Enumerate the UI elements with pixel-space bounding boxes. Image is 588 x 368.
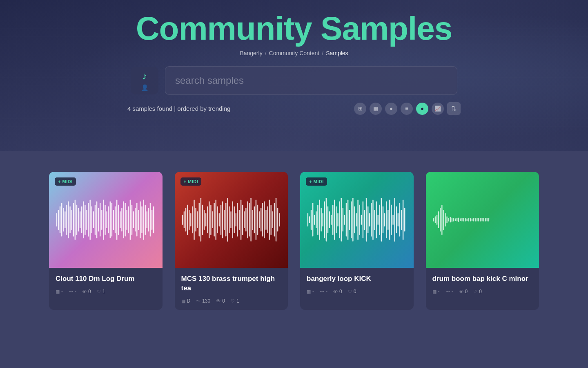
svg-rect-92: [237, 203, 238, 237]
svg-rect-37: [118, 205, 119, 235]
search-row: ♪ 👤: [131, 66, 457, 95]
sample-card-4[interactable]: drum boom bap kick C minor ▦ - 〜 - 👁 0 ♡…: [426, 172, 539, 310]
svg-rect-196: [465, 218, 466, 221]
svg-rect-172: [398, 213, 399, 227]
meta-likes-2: ♡ 1: [231, 298, 239, 304]
svg-rect-124: [317, 205, 318, 235]
card-title-1: Clout 110 Dm Log Drum: [56, 274, 156, 284]
svg-rect-4: [63, 208, 64, 231]
breadcrumb-bangerly[interactable]: Bangerly: [240, 50, 262, 56]
svg-rect-121: [312, 203, 313, 237]
svg-rect-159: [376, 201, 376, 238]
svg-rect-182: [441, 205, 442, 235]
svg-rect-17: [85, 205, 85, 235]
meta-bars-4: ▦ -: [432, 289, 440, 294]
svg-rect-103: [255, 200, 256, 240]
svg-rect-88: [230, 211, 231, 228]
svg-rect-94: [240, 200, 241, 240]
list-view-button[interactable]: ≡: [401, 103, 413, 115]
hero-content: Community Samples Bangerly / Community C…: [0, 0, 588, 95]
svg-rect-168: [391, 205, 392, 235]
svg-rect-32: [110, 201, 111, 238]
svg-rect-201: [473, 218, 474, 221]
chart-view-button[interactable]: 📈: [432, 103, 444, 115]
svg-rect-200: [471, 218, 472, 221]
svg-rect-206: [481, 218, 482, 221]
breadcrumb-community[interactable]: Community Content: [269, 50, 320, 56]
svg-rect-82: [220, 205, 221, 235]
svg-rect-131: [329, 211, 330, 228]
svg-rect-197: [466, 218, 467, 221]
search-input[interactable]: [165, 67, 457, 94]
calendar-view-button[interactable]: ▦: [370, 103, 382, 115]
svg-rect-6: [66, 205, 67, 235]
svg-rect-160: [377, 215, 378, 225]
svg-rect-64: [190, 213, 191, 227]
dot-icon: ●: [390, 105, 393, 112]
svg-rect-78: [214, 203, 214, 237]
likes-icon-2: ♡: [231, 298, 235, 304]
card-meta-1: ▦ - 〜 - 👁 0 ♡ 1: [56, 289, 156, 295]
svg-rect-12: [76, 205, 77, 235]
grid-view-button[interactable]: ⊞: [354, 103, 366, 115]
svg-rect-86: [227, 198, 228, 241]
search-input-wrapper[interactable]: [165, 66, 457, 95]
svg-rect-61: [185, 208, 186, 231]
dot-view-button[interactable]: ●: [385, 103, 397, 115]
likes-icon-1: ♡: [97, 289, 101, 294]
svg-rect-47: [135, 208, 136, 231]
svg-rect-16: [83, 201, 84, 238]
svg-rect-155: [369, 213, 370, 227]
svg-rect-165: [386, 201, 387, 238]
svg-rect-21: [91, 206, 92, 233]
svg-rect-52: [143, 200, 144, 240]
sample-card-2[interactable]: + MIDI: [175, 172, 288, 310]
svg-rect-30: [106, 211, 107, 228]
svg-rect-91: [235, 213, 236, 227]
svg-rect-141: [346, 203, 347, 237]
svg-rect-154: [368, 206, 368, 233]
svg-rect-54: [147, 211, 147, 228]
svg-rect-74: [207, 206, 208, 233]
svg-rect-65: [192, 206, 193, 233]
svg-rect-62: [187, 205, 187, 235]
svg-rect-180: [438, 211, 439, 228]
svg-rect-3: [61, 203, 62, 237]
sample-card-1[interactable]: + MIDI: [49, 172, 163, 310]
svg-rect-109: [265, 210, 266, 230]
svg-rect-119: [309, 216, 310, 223]
svg-rect-114: [274, 203, 274, 237]
svg-rect-113: [272, 211, 273, 228]
svg-rect-128: [324, 201, 325, 238]
svg-rect-11: [75, 200, 76, 240]
svg-rect-48: [136, 203, 137, 237]
svg-rect-186: [448, 218, 449, 221]
calendar-icon: ▦: [373, 105, 378, 112]
svg-rect-205: [480, 218, 481, 221]
svg-rect-99: [249, 203, 249, 237]
svg-rect-116: [277, 208, 278, 231]
sample-card-3[interactable]: + MIDI: [300, 172, 414, 310]
svg-rect-96: [244, 211, 245, 228]
waveform-1: [49, 172, 163, 268]
svg-rect-140: [344, 215, 345, 225]
svg-rect-31: [108, 206, 109, 233]
svg-rect-123: [316, 211, 316, 228]
card-info-4: drum boom bap kick C minor ▦ - 〜 - 👁 0 ♡…: [426, 268, 539, 301]
svg-rect-134: [334, 200, 335, 240]
svg-rect-183: [443, 210, 444, 230]
sort-button[interactable]: ⇅: [447, 102, 461, 115]
svg-rect-190: [454, 218, 455, 221]
svg-rect-122: [314, 215, 315, 225]
svg-rect-118: [307, 213, 308, 227]
meta-bpm-2: 〜 130: [196, 298, 210, 304]
results-count: 4 samples found | ordered by trending: [127, 105, 230, 112]
svg-rect-49: [138, 210, 139, 230]
list-icon: ≡: [405, 105, 408, 112]
svg-rect-95: [242, 205, 243, 235]
chart-icon: 📈: [434, 105, 441, 112]
svg-rect-39: [121, 208, 122, 231]
active-view-button[interactable]: ●: [416, 103, 428, 115]
svg-rect-199: [470, 218, 470, 221]
svg-rect-203: [477, 218, 477, 221]
